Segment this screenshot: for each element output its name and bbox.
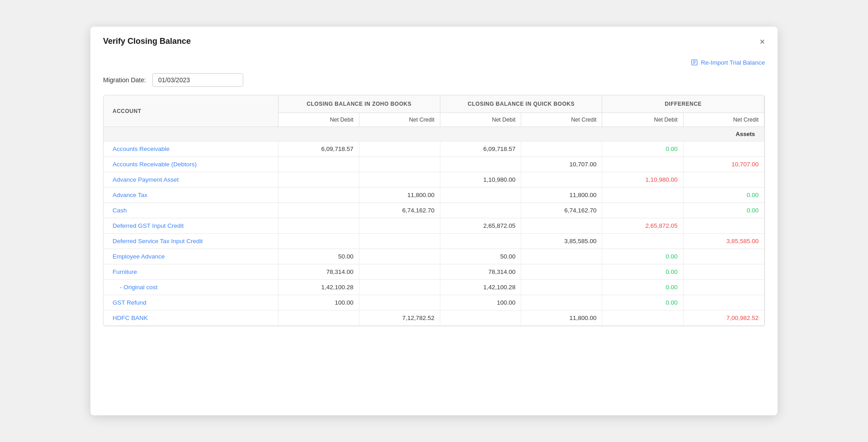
diff-credit-value <box>683 218 764 234</box>
zoho-debit-value: 78,314.00 <box>278 264 359 280</box>
qb-debit-value: 1,42,100.28 <box>440 280 521 295</box>
table-row: Deferred Service Tax Input Credit3,85,58… <box>104 234 764 249</box>
qb-credit-value <box>521 141 602 157</box>
table-row: Cash6,74,162.706,74,162.700.00 <box>104 203 764 218</box>
close-button[interactable]: × <box>760 37 765 46</box>
qb-credit-value: 3,85,585.00 <box>521 234 602 249</box>
account-name[interactable]: Accounts Receivable <box>104 141 278 157</box>
diff-credit-value: 3,85,585.00 <box>683 234 764 249</box>
diff-credit-value <box>683 172 764 188</box>
qb-debit-value <box>440 188 521 203</box>
diff-debit-value <box>602 234 683 249</box>
qb-debit-value <box>440 234 521 249</box>
zoho-credit-value <box>359 157 440 172</box>
account-name[interactable]: Deferred Service Tax Input Credit <box>104 234 278 249</box>
account-name[interactable]: - Original cost <box>104 280 278 295</box>
diff-debit-value: 1,10,980.00 <box>602 172 683 188</box>
migration-row: Migration Date: <box>103 73 765 87</box>
diff-debit-value <box>602 203 683 218</box>
qb-credit-value <box>521 264 602 280</box>
qb-net-debit-header: Net Debit <box>440 113 521 127</box>
diff-debit-value: 0.00 <box>602 249 683 264</box>
table-row: Deferred GST Input Credit2,65,872.052,65… <box>104 218 764 234</box>
col-header-diff: DIFFERENCE <box>602 95 764 113</box>
account-name[interactable]: Accounts Receivable (Debtors) <box>104 157 278 172</box>
diff-debit-value <box>602 157 683 172</box>
zoho-debit-value <box>278 234 359 249</box>
qb-net-credit-header: Net Credit <box>521 113 602 127</box>
zoho-debit-value: 6,09,718.57 <box>278 141 359 157</box>
diff-credit-value <box>683 295 764 310</box>
qb-debit-value <box>440 310 521 326</box>
zoho-debit-value <box>278 172 359 188</box>
zoho-credit-value <box>359 264 440 280</box>
diff-debit-value: 0.00 <box>602 264 683 280</box>
account-name[interactable]: Advance Tax <box>104 188 278 203</box>
zoho-credit-value: 6,74,162.70 <box>359 203 440 218</box>
zoho-credit-value <box>359 295 440 310</box>
diff-debit-value: 0.00 <box>602 141 683 157</box>
qb-debit-value <box>440 157 521 172</box>
table-row: Employee Advance50.0050.000.00 <box>104 249 764 264</box>
diff-credit-value: 0.00 <box>683 203 764 218</box>
modal: Verify Closing Balance × Re-Import Trial… <box>90 27 778 415</box>
table-wrapper: ACCOUNT CLOSING BALANCE IN ZOHO BOOKS CL… <box>103 95 765 326</box>
account-name[interactable]: Deferred GST Input Credit <box>104 218 278 234</box>
diff-net-debit-header: Net Debit <box>602 113 683 127</box>
re-import-button[interactable]: Re-Import Trial Balance <box>691 59 765 66</box>
diff-credit-value <box>683 141 764 157</box>
zoho-debit-value <box>278 310 359 326</box>
import-icon <box>691 59 698 66</box>
qb-debit-value: 6,09,718.57 <box>440 141 521 157</box>
qb-debit-value: 78,314.00 <box>440 264 521 280</box>
diff-debit-value: 0.00 <box>602 295 683 310</box>
account-name[interactable]: Advance Payment Asset <box>104 172 278 188</box>
qb-debit-value: 1,10,980.00 <box>440 172 521 188</box>
account-name[interactable]: HDFC BANK <box>104 310 278 326</box>
qb-credit-value: 6,74,162.70 <box>521 203 602 218</box>
table-row: Advance Payment Asset1,10,980.001,10,980… <box>104 172 764 188</box>
diff-credit-value: 0.00 <box>683 188 764 203</box>
col-header-qb: CLOSING BALANCE IN QUICK BOOKS <box>440 95 602 113</box>
zoho-debit-value <box>278 218 359 234</box>
zoho-net-credit-header: Net Credit <box>359 113 440 127</box>
group-header: Assets <box>104 127 764 141</box>
qb-credit-value <box>521 280 602 295</box>
diff-net-credit-header: Net Credit <box>683 113 764 127</box>
diff-debit-value <box>602 188 683 203</box>
zoho-debit-value <box>278 203 359 218</box>
table-row: Accounts Receivable6,09,718.576,09,718.5… <box>104 141 764 157</box>
account-name[interactable]: Employee Advance <box>104 249 278 264</box>
qb-debit-value: 100.00 <box>440 295 521 310</box>
zoho-debit-value: 100.00 <box>278 295 359 310</box>
zoho-credit-value: 7,12,782.52 <box>359 310 440 326</box>
diff-credit-value <box>683 249 764 264</box>
qb-credit-value <box>521 172 602 188</box>
table-row: HDFC BANK7,12,782.5211,800.007,00,982.52 <box>104 310 764 326</box>
migration-date-input[interactable] <box>152 73 243 87</box>
table-row: Accounts Receivable (Debtors)10,707.0010… <box>104 157 764 172</box>
col-header-account: ACCOUNT <box>104 95 278 127</box>
diff-credit-value: 7,00,982.52 <box>683 310 764 326</box>
qb-debit-value: 2,65,872.05 <box>440 218 521 234</box>
zoho-debit-value <box>278 157 359 172</box>
zoho-credit-value <box>359 234 440 249</box>
qb-credit-value <box>521 295 602 310</box>
zoho-debit-value <box>278 188 359 203</box>
zoho-credit-value: 11,800.00 <box>359 188 440 203</box>
qb-credit-value <box>521 249 602 264</box>
table-row: GST Refund100.00100.000.00 <box>104 295 764 310</box>
qb-credit-value: 11,800.00 <box>521 188 602 203</box>
qb-credit-value <box>521 218 602 234</box>
modal-body: Re-Import Trial Balance Migration Date: … <box>90 53 778 339</box>
zoho-net-debit-header: Net Debit <box>278 113 359 127</box>
diff-debit-value <box>602 310 683 326</box>
migration-label: Migration Date: <box>103 76 146 84</box>
diff-credit-value <box>683 280 764 295</box>
table-row: Furniture78,314.0078,314.000.00 <box>104 264 764 280</box>
account-name[interactable]: Cash <box>104 203 278 218</box>
re-import-label: Re-Import Trial Balance <box>701 59 765 66</box>
qb-credit-value: 10,707.00 <box>521 157 602 172</box>
account-name[interactable]: Furniture <box>104 264 278 280</box>
account-name[interactable]: GST Refund <box>104 295 278 310</box>
